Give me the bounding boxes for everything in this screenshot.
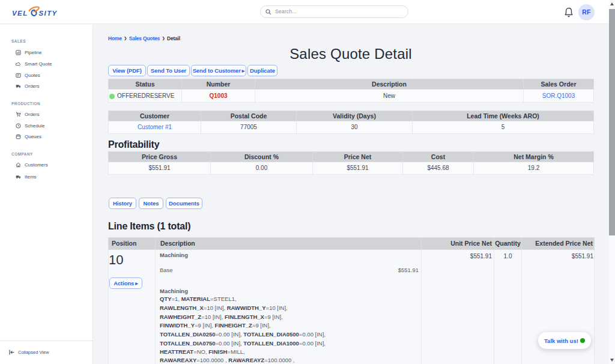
svg-text:SITY: SITY [39,10,58,17]
svg-text:VEL: VEL [12,10,28,17]
